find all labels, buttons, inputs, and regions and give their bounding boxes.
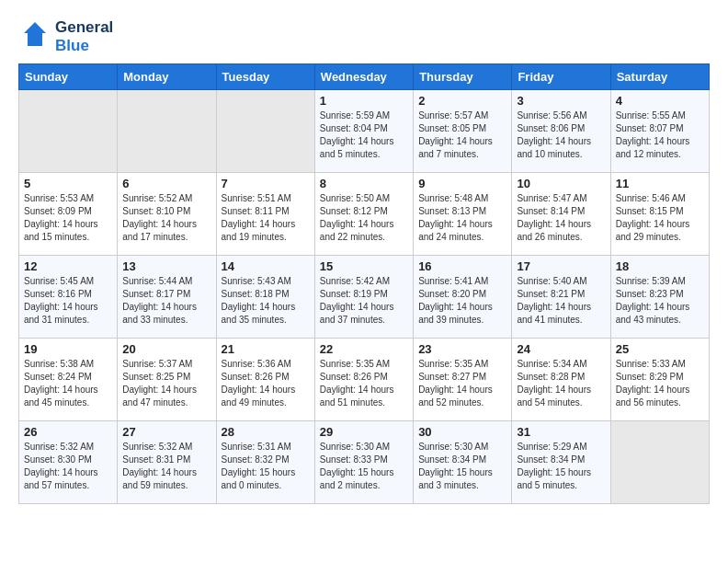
day-info: Sunrise: 5:35 AM Sunset: 8:26 PM Dayligh… (320, 358, 408, 409)
calendar-cell: 28Sunrise: 5:31 AM Sunset: 8:32 PM Dayli… (216, 421, 314, 504)
day-info: Sunrise: 5:43 AM Sunset: 8:18 PM Dayligh… (222, 275, 310, 327)
day-info: Sunrise: 5:32 AM Sunset: 8:31 PM Dayligh… (122, 441, 210, 492)
day-info: Sunrise: 5:36 AM Sunset: 8:26 PM Dayligh… (222, 358, 310, 409)
calendar-cell (118, 90, 216, 173)
day-number: 3 (517, 94, 605, 108)
weekday-header: Monday (118, 64, 216, 90)
day-number: 22 (320, 342, 408, 356)
day-number: 10 (517, 177, 605, 190)
calendar-cell: 4Sunrise: 5:55 AM Sunset: 8:07 PM Daylig… (610, 90, 709, 173)
day-number: 7 (222, 177, 310, 190)
page-header: General Blue (18, 18, 710, 54)
day-number: 13 (122, 259, 210, 273)
day-number: 27 (122, 425, 210, 439)
day-number: 5 (24, 177, 112, 190)
logo-icon (18, 20, 51, 53)
day-number: 12 (24, 259, 112, 273)
day-number: 20 (122, 342, 210, 356)
calendar-cell: 1Sunrise: 5:59 AM Sunset: 8:04 PM Daylig… (314, 90, 413, 173)
day-number: 24 (517, 342, 605, 356)
calendar-cell: 19Sunrise: 5:38 AM Sunset: 8:24 PM Dayli… (19, 339, 118, 421)
day-info: Sunrise: 5:42 AM Sunset: 8:19 PM Dayligh… (320, 275, 408, 327)
calendar-cell: 27Sunrise: 5:32 AM Sunset: 8:31 PM Dayli… (118, 421, 216, 504)
day-info: Sunrise: 5:56 AM Sunset: 8:06 PM Dayligh… (517, 109, 605, 161)
logo-general: General (55, 18, 113, 37)
day-number: 28 (222, 425, 310, 439)
day-number: 30 (418, 425, 506, 439)
calendar-cell: 11Sunrise: 5:46 AM Sunset: 8:15 PM Dayli… (610, 173, 709, 256)
logo: General Blue (18, 18, 113, 54)
calendar-cell (19, 90, 118, 173)
day-info: Sunrise: 5:37 AM Sunset: 8:25 PM Dayligh… (122, 358, 210, 409)
day-number: 11 (616, 177, 704, 190)
day-info: Sunrise: 5:33 AM Sunset: 8:29 PM Dayligh… (616, 358, 704, 409)
calendar-cell: 30Sunrise: 5:30 AM Sunset: 8:34 PM Dayli… (414, 421, 512, 504)
calendar-cell (610, 421, 709, 504)
weekday-header: Wednesday (314, 64, 413, 90)
day-number: 26 (24, 425, 112, 439)
weekday-header: Tuesday (216, 64, 314, 90)
logo-blue: Blue (55, 37, 113, 55)
calendar-cell: 20Sunrise: 5:37 AM Sunset: 8:25 PM Dayli… (118, 339, 216, 421)
day-info: Sunrise: 5:41 AM Sunset: 8:20 PM Dayligh… (418, 275, 506, 327)
day-info: Sunrise: 5:59 AM Sunset: 8:04 PM Dayligh… (320, 109, 408, 161)
day-info: Sunrise: 5:32 AM Sunset: 8:30 PM Dayligh… (24, 441, 112, 492)
day-info: Sunrise: 5:30 AM Sunset: 8:34 PM Dayligh… (418, 441, 506, 492)
day-info: Sunrise: 5:29 AM Sunset: 8:34 PM Dayligh… (517, 441, 605, 492)
day-info: Sunrise: 5:44 AM Sunset: 8:17 PM Dayligh… (122, 275, 210, 327)
day-info: Sunrise: 5:57 AM Sunset: 8:05 PM Dayligh… (418, 109, 506, 161)
day-info: Sunrise: 5:50 AM Sunset: 8:12 PM Dayligh… (320, 192, 408, 244)
calendar-cell: 15Sunrise: 5:42 AM Sunset: 8:19 PM Dayli… (314, 256, 413, 339)
calendar-cell: 16Sunrise: 5:41 AM Sunset: 8:20 PM Dayli… (414, 256, 512, 339)
calendar-cell: 13Sunrise: 5:44 AM Sunset: 8:17 PM Dayli… (118, 256, 216, 339)
weekday-header: Saturday (610, 64, 709, 90)
day-number: 16 (418, 259, 506, 273)
calendar-cell: 29Sunrise: 5:30 AM Sunset: 8:33 PM Dayli… (314, 421, 413, 504)
calendar-body: 1Sunrise: 5:59 AM Sunset: 8:04 PM Daylig… (19, 90, 710, 504)
day-number: 9 (418, 177, 506, 190)
calendar-cell: 6Sunrise: 5:52 AM Sunset: 8:10 PM Daylig… (118, 173, 216, 256)
day-number: 14 (222, 259, 310, 273)
day-info: Sunrise: 5:34 AM Sunset: 8:28 PM Dayligh… (517, 358, 605, 409)
calendar-cell: 24Sunrise: 5:34 AM Sunset: 8:28 PM Dayli… (512, 339, 610, 421)
day-info: Sunrise: 5:46 AM Sunset: 8:15 PM Dayligh… (616, 192, 704, 244)
day-number: 25 (616, 342, 704, 356)
day-number: 8 (320, 177, 408, 190)
day-number: 15 (320, 259, 408, 273)
day-number: 31 (517, 425, 605, 439)
calendar-cell: 7Sunrise: 5:51 AM Sunset: 8:11 PM Daylig… (216, 173, 314, 256)
calendar-cell: 23Sunrise: 5:35 AM Sunset: 8:27 PM Dayli… (414, 339, 512, 421)
day-number: 2 (418, 94, 506, 108)
calendar-cell: 18Sunrise: 5:39 AM Sunset: 8:23 PM Dayli… (610, 256, 709, 339)
calendar-cell (216, 90, 314, 173)
calendar-cell: 21Sunrise: 5:36 AM Sunset: 8:26 PM Dayli… (216, 339, 314, 421)
day-info: Sunrise: 5:45 AM Sunset: 8:16 PM Dayligh… (24, 275, 112, 327)
calendar-cell: 17Sunrise: 5:40 AM Sunset: 8:21 PM Dayli… (512, 256, 610, 339)
calendar-cell: 31Sunrise: 5:29 AM Sunset: 8:34 PM Dayli… (512, 421, 610, 504)
weekday-header: Friday (512, 64, 610, 90)
day-info: Sunrise: 5:52 AM Sunset: 8:10 PM Dayligh… (122, 192, 210, 244)
calendar-cell: 26Sunrise: 5:32 AM Sunset: 8:30 PM Dayli… (19, 421, 118, 504)
calendar-cell: 3Sunrise: 5:56 AM Sunset: 8:06 PM Daylig… (512, 90, 610, 173)
day-number: 29 (320, 425, 408, 439)
calendar-cell: 8Sunrise: 5:50 AM Sunset: 8:12 PM Daylig… (314, 173, 413, 256)
calendar-header: SundayMondayTuesdayWednesdayThursdayFrid… (19, 64, 710, 90)
day-info: Sunrise: 5:39 AM Sunset: 8:23 PM Dayligh… (616, 275, 704, 327)
day-number: 1 (320, 94, 408, 108)
day-number: 18 (616, 259, 704, 273)
day-number: 19 (24, 342, 112, 356)
day-number: 23 (418, 342, 506, 356)
calendar-cell: 10Sunrise: 5:47 AM Sunset: 8:14 PM Dayli… (512, 173, 610, 256)
day-info: Sunrise: 5:30 AM Sunset: 8:33 PM Dayligh… (320, 441, 408, 492)
weekday-header: Thursday (414, 64, 512, 90)
day-info: Sunrise: 5:35 AM Sunset: 8:27 PM Dayligh… (418, 358, 506, 409)
day-info: Sunrise: 5:55 AM Sunset: 8:07 PM Dayligh… (616, 109, 704, 161)
day-info: Sunrise: 5:38 AM Sunset: 8:24 PM Dayligh… (24, 358, 112, 409)
day-number: 4 (616, 94, 704, 108)
calendar-cell: 5Sunrise: 5:53 AM Sunset: 8:09 PM Daylig… (19, 173, 118, 256)
calendar-cell: 22Sunrise: 5:35 AM Sunset: 8:26 PM Dayli… (314, 339, 413, 421)
day-info: Sunrise: 5:53 AM Sunset: 8:09 PM Dayligh… (24, 192, 112, 244)
calendar-table: SundayMondayTuesdayWednesdayThursdayFrid… (18, 63, 710, 504)
day-info: Sunrise: 5:51 AM Sunset: 8:11 PM Dayligh… (222, 192, 310, 244)
day-info: Sunrise: 5:40 AM Sunset: 8:21 PM Dayligh… (517, 275, 605, 327)
